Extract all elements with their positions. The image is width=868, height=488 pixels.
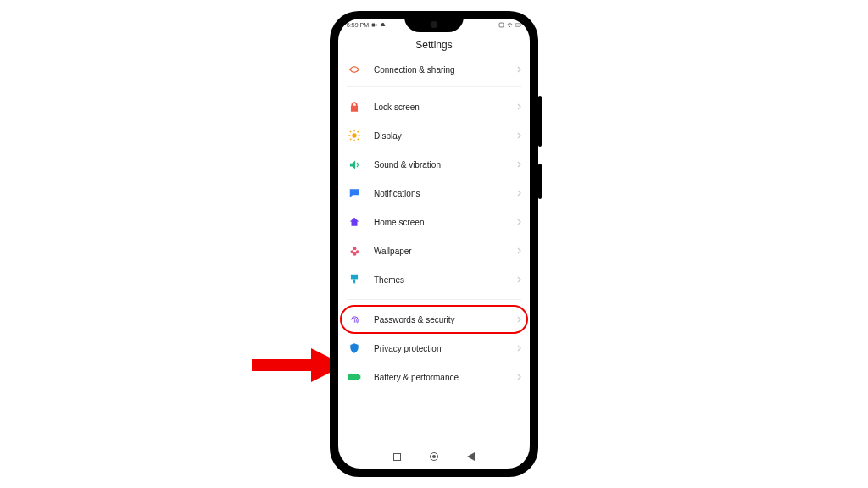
record-icon	[371, 22, 377, 28]
nav-recent-icon[interactable]	[393, 453, 401, 461]
settings-row-label: Notifications	[374, 189, 517, 198]
phone-frame: 6:59 PM ·· Settings Connection & sharing	[330, 11, 538, 477]
power-button	[538, 164, 542, 199]
settings-row-label: Privacy protection	[374, 344, 517, 353]
svg-point-14	[353, 247, 356, 250]
settings-row-notifications[interactable]: Notifications	[347, 179, 521, 208]
svg-rect-3	[515, 23, 520, 26]
svg-rect-19	[348, 374, 359, 380]
settings-row-label: Display	[374, 131, 517, 141]
chevron-right-icon	[517, 219, 521, 225]
settings-row-passwords-security[interactable]: Passwords & security	[347, 305, 521, 334]
volume-button	[538, 96, 542, 147]
rotate-icon	[498, 22, 504, 28]
chevron-right-icon	[517, 276, 521, 283]
chevron-right-icon	[517, 316, 521, 323]
settings-row-lock-screen[interactable]: Lock screen	[347, 92, 521, 121]
msg-icon	[347, 186, 362, 201]
cloud-icon	[380, 22, 386, 28]
divider	[347, 299, 521, 300]
svg-line-10	[350, 131, 351, 132]
sound-icon	[347, 157, 362, 172]
chevron-right-icon	[517, 190, 521, 197]
settings-row-label: Themes	[374, 275, 517, 285]
lock-icon	[347, 99, 362, 114]
sun-icon	[347, 128, 362, 143]
fingerprint-icon	[347, 312, 362, 327]
settings-row-label: Home screen	[374, 218, 517, 227]
svg-rect-20	[359, 375, 360, 379]
settings-row-privacy-protection[interactable]: Privacy protection	[347, 334, 521, 363]
settings-row-sound[interactable]: Sound & vibration	[347, 150, 521, 179]
settings-row-themes[interactable]: Themes	[347, 265, 521, 294]
battery-big-icon	[347, 369, 362, 385]
nav-home-icon[interactable]	[430, 452, 438, 461]
dots-icon: ··	[388, 22, 392, 27]
settings-row-label: Wallpaper	[374, 247, 517, 256]
svg-rect-1	[499, 23, 504, 27]
svg-point-16	[355, 250, 359, 253]
settings-row-display[interactable]: Display	[347, 121, 521, 150]
settings-row-home-screen[interactable]: Home screen	[347, 208, 521, 236]
chevron-right-icon	[517, 374, 521, 380]
settings-row-label: Battery & performance	[374, 373, 517, 382]
share-icon	[347, 62, 362, 77]
divider	[347, 86, 521, 87]
chevron-right-icon	[517, 132, 521, 139]
chevron-right-icon	[517, 161, 521, 168]
flower-icon	[347, 243, 362, 258]
settings-row-label: Lock screen	[374, 103, 517, 112]
settings-list[interactable]: Connection & sharing Lock screen Display	[338, 58, 530, 391]
settings-row-connection-sharing[interactable]: Connection & sharing	[347, 58, 521, 81]
chevron-right-icon	[517, 66, 521, 73]
svg-rect-0	[372, 23, 376, 26]
svg-point-15	[350, 250, 353, 253]
chevron-right-icon	[517, 247, 521, 254]
svg-rect-4	[520, 24, 521, 25]
nav-back-icon[interactable]	[467, 452, 475, 461]
settings-row-wallpaper[interactable]: Wallpaper	[347, 236, 521, 265]
wifi-icon	[507, 22, 513, 28]
settings-row-label: Sound & vibration	[374, 160, 517, 169]
svg-line-13	[358, 131, 359, 132]
status-time: 6:59 PM	[347, 22, 369, 28]
svg-line-11	[358, 139, 359, 140]
battery-icon	[515, 22, 521, 28]
notch	[404, 19, 464, 32]
shield-icon	[347, 341, 362, 356]
nav-bar	[338, 448, 530, 465]
svg-point-17	[353, 252, 356, 255]
settings-row-battery-perf[interactable]: Battery & performance	[347, 363, 521, 391]
svg-line-12	[350, 139, 351, 140]
svg-point-2	[509, 25, 510, 26]
settings-row-label: Passwords & security	[374, 315, 517, 324]
brush-icon	[347, 272, 362, 287]
settings-row-label: Connection & sharing	[374, 65, 517, 75]
home-icon	[347, 214, 362, 230]
screen: 6:59 PM ·· Settings Connection & sharing	[338, 19, 530, 469]
chevron-right-icon	[517, 345, 521, 352]
chevron-right-icon	[517, 103, 521, 110]
svg-point-18	[353, 250, 356, 252]
svg-point-5	[352, 133, 356, 137]
